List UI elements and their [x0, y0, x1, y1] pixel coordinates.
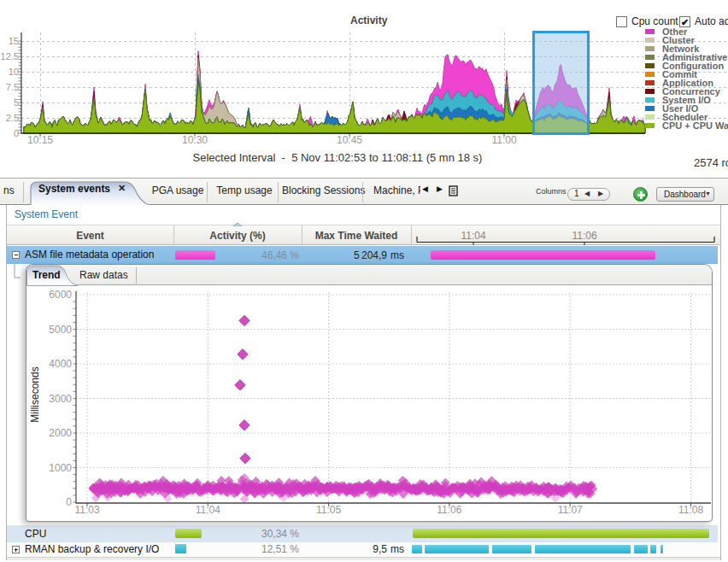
svg-text:11:07: 11:07: [558, 504, 583, 516]
svg-text:11:05: 11:05: [316, 504, 341, 516]
svg-text:4000: 4000: [49, 358, 72, 370]
svg-text:11:06: 11:06: [437, 504, 461, 516]
svg-text:1000: 1000: [49, 462, 72, 474]
svg-text:0: 0: [66, 496, 72, 508]
svg-text:6000: 6000: [49, 289, 72, 301]
svg-text:3000: 3000: [49, 393, 72, 405]
svg-text:11:03: 11:03: [74, 504, 99, 516]
svg-text:5000: 5000: [49, 324, 72, 336]
svg-text:11:04: 11:04: [196, 504, 220, 516]
svg-text:11:08: 11:08: [678, 504, 703, 516]
svg-text:2000: 2000: [49, 427, 72, 439]
svg-text:Milliseconds: Milliseconds: [29, 366, 41, 422]
